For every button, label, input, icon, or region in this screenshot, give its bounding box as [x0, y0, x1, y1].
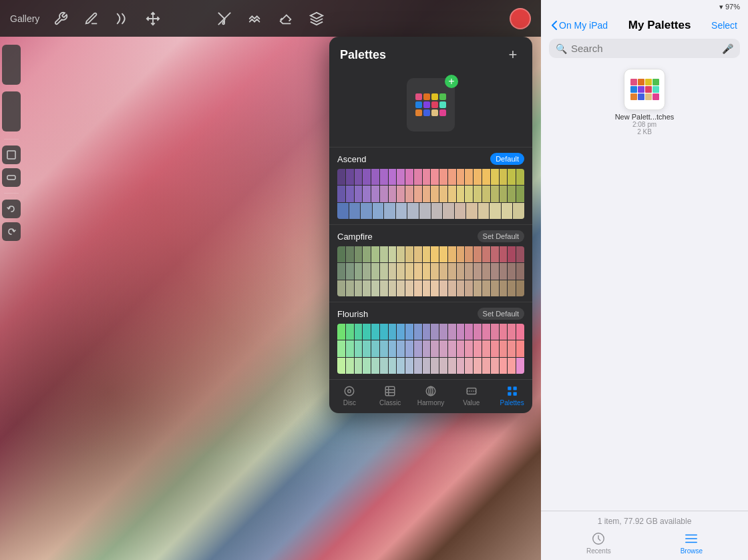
flourish-header: Flourish Set Default: [337, 308, 524, 320]
search-bar: 🔍 🎤: [549, 39, 740, 58]
undo-button[interactable]: [2, 200, 21, 218]
toolbar-center: [215, 9, 326, 28]
top-toolbar: Gallery: [0, 0, 541, 37]
flourish-row-3: [337, 358, 524, 374]
storage-info: 1 item, 77.92 GB available: [552, 517, 737, 526]
palette-card-icon: +: [407, 78, 455, 131]
files-title: My Palettes: [628, 19, 691, 32]
file-thumbnail: [624, 69, 665, 110]
tab-value[interactable]: Value: [451, 385, 492, 406]
smudge-tool[interactable]: [113, 9, 132, 28]
palette-item-campfire: Campfire Set Default: [329, 224, 532, 302]
transform-tool[interactable]: [144, 9, 162, 28]
actions-tool[interactable]: [51, 9, 70, 28]
palette-dot: [439, 109, 446, 116]
palette-card-colors: [415, 93, 446, 116]
back-button[interactable]: On My iPad: [552, 20, 608, 31]
left-sidebar: [0, 40, 23, 244]
bottom-tabs: Recents Browse: [552, 531, 737, 555]
square-button[interactable]: [2, 146, 21, 164]
svg-rect-11: [513, 386, 516, 390]
ascend-row-3: [337, 203, 524, 219]
panel-tabs: Disc Classic Harmony: [329, 379, 532, 413]
paint-tool[interactable]: [246, 9, 264, 28]
svg-point-4: [348, 390, 351, 393]
flourish-name: Flourish: [337, 309, 368, 319]
search-input[interactable]: [571, 43, 718, 54]
tab-classic[interactable]: Classic: [370, 385, 411, 406]
palette-item-ascend: Ascend Default: [329, 147, 532, 224]
adjustments-tool[interactable]: [82, 9, 101, 28]
campfire-set-default-btn[interactable]: Set Default: [478, 230, 524, 242]
tab-palettes[interactable]: Palettes: [492, 385, 532, 406]
tab-recents[interactable]: Recents: [586, 531, 611, 555]
size-slider[interactable]: [2, 91, 21, 131]
flourish-set-default-btn[interactable]: Set Default: [478, 308, 524, 320]
opacity-slider[interactable]: [2, 45, 21, 85]
palette-dot: [439, 93, 446, 100]
palette-dot: [439, 101, 446, 108]
slider-button[interactable]: [2, 168, 21, 187]
sidebar-divider-1: [4, 139, 19, 139]
back-label: On My iPad: [559, 20, 608, 31]
palette-dot: [423, 109, 430, 116]
palette-dot: [423, 101, 430, 108]
ascend-default-btn[interactable]: Default: [490, 153, 524, 165]
redo-button[interactable]: [2, 222, 21, 241]
color-picker[interactable]: [510, 8, 531, 29]
recents-label: Recents: [586, 547, 611, 555]
file-size: 2 KB: [637, 128, 652, 135]
ascend-swatches: [337, 169, 524, 219]
palette-item-flourish: Flourish Set Default: [329, 302, 532, 379]
canvas-area: Gallery: [0, 0, 541, 560]
palette-list: Ascend Default: [329, 147, 532, 379]
tab-disc[interactable]: Disc: [329, 385, 370, 406]
browse-label: Browse: [681, 547, 703, 555]
panel-title: Palettes: [340, 48, 386, 62]
ascend-row-1: [337, 169, 524, 185]
svg-rect-10: [508, 386, 511, 390]
palette-dot: [415, 93, 422, 100]
add-badge: +: [445, 75, 458, 88]
ascend-row-2: [337, 186, 524, 202]
new-palette-area: +: [329, 70, 532, 147]
search-icon: 🔍: [556, 43, 567, 54]
panel-header: Palettes +: [329, 37, 532, 70]
files-header: On My iPad My Palettes Select: [541, 13, 748, 35]
tab-classic-label: Classic: [379, 399, 401, 406]
mic-icon[interactable]: 🎤: [722, 43, 733, 54]
palette-dot: [431, 101, 438, 108]
tab-value-label: Value: [463, 399, 480, 406]
brush-tool[interactable]: [215, 9, 234, 28]
select-button[interactable]: Select: [711, 20, 737, 31]
toolbar-right: [510, 8, 531, 29]
tab-harmony[interactable]: Harmony: [411, 385, 451, 406]
toolbar-left: Gallery: [10, 9, 162, 28]
campfire-row-3: [337, 280, 524, 296]
layers-tool[interactable]: [307, 9, 326, 28]
tab-browse[interactable]: Browse: [681, 531, 703, 555]
add-palette-button[interactable]: +: [504, 46, 522, 63]
flourish-row-1: [337, 324, 524, 340]
svg-rect-12: [508, 392, 511, 396]
file-name: New Palett...tches: [615, 113, 675, 121]
file-time: 2:08 pm: [632, 121, 657, 128]
flourish-row-2: [337, 340, 524, 356]
files-panel: ▾ 97% On My iPad My Palettes Select 🔍 🎤: [541, 0, 748, 560]
svg-rect-1: [7, 151, 15, 159]
file-item[interactable]: New Palett...tches 2:08 pm 2 KB: [552, 69, 737, 135]
svg-rect-13: [513, 392, 516, 396]
gallery-button[interactable]: Gallery: [10, 13, 39, 24]
wifi-icon: ▾ 97%: [719, 3, 740, 11]
palette-dot: [415, 101, 422, 108]
sidebar-divider-2: [4, 193, 19, 194]
files-content: New Palett...tches 2:08 pm 2 KB: [541, 62, 748, 511]
new-palette-card[interactable]: +: [404, 73, 457, 136]
svg-rect-2: [7, 176, 15, 180]
status-bar: ▾ 97%: [541, 0, 748, 13]
files-bottom-bar: 1 item, 77.92 GB available Recents Brows…: [541, 511, 748, 560]
palette-dot: [431, 93, 438, 100]
flourish-swatches: [337, 324, 524, 374]
campfire-name: Campfire: [337, 232, 373, 242]
eraser-tool[interactable]: [276, 9, 295, 28]
